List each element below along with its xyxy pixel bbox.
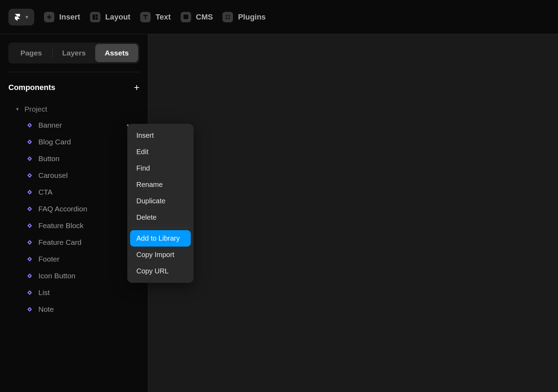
menu-divider [130, 228, 191, 228]
tree-item-label: Banner [38, 121, 62, 129]
component-list[interactable]: List [27, 284, 140, 301]
svg-rect-1 [47, 16, 51, 17]
toolbar-plugins[interactable]: Plugins [223, 12, 265, 22]
toolbar-insert[interactable]: Insert [44, 12, 80, 22]
component-icon [27, 273, 33, 279]
chevron-down-icon: ▼ [24, 14, 29, 20]
canvas[interactable] [148, 34, 558, 392]
svg-point-6 [226, 15, 227, 17]
component-icon [27, 172, 33, 179]
section-title: Components [8, 83, 55, 92]
component-carousel[interactable]: Carousel [27, 167, 140, 184]
component-icon [27, 289, 33, 296]
menu-copy-url[interactable]: Copy URL [130, 263, 191, 279]
component-icon [27, 223, 33, 229]
toolbar: ▼ Insert Layout Text [0, 0, 558, 34]
component-icon-button[interactable]: Icon Button [27, 267, 140, 284]
component-icon [27, 306, 33, 312]
component-icon [27, 122, 33, 128]
tab-layers[interactable]: Layers [53, 44, 96, 62]
svg-rect-2 [92, 14, 95, 20]
toolbar-label: CMS [196, 13, 213, 22]
tree-item-label: Button [38, 154, 60, 163]
component-icon [27, 189, 33, 195]
toolbar-label: Plugins [238, 13, 265, 22]
tree-item-label: FAQ Accordion [38, 205, 87, 213]
component-icon [27, 239, 33, 246]
component-feature-block[interactable]: Feature Block [27, 217, 140, 234]
component-banner[interactable]: Banner ••• [27, 117, 140, 134]
toolbar-label: Insert [59, 13, 80, 22]
caret-down-icon: ▼ [15, 107, 20, 112]
plugins-icon [223, 12, 233, 22]
component-tree: ▼ Project Banner ••• Blog Card [8, 101, 140, 318]
component-feature-card[interactable]: Feature Card [27, 234, 140, 251]
add-component-button[interactable]: + [134, 82, 140, 93]
svg-point-8 [226, 17, 227, 19]
component-cta[interactable]: CTA [27, 184, 140, 201]
plus-icon [44, 12, 54, 22]
app-menu-button[interactable]: ▼ [8, 9, 34, 25]
text-icon [140, 12, 151, 22]
component-button[interactable]: Button [27, 150, 140, 167]
menu-duplicate[interactable]: Duplicate [130, 193, 191, 209]
component-footer[interactable]: Footer [27, 251, 140, 267]
tree-group-label: Project [24, 105, 47, 113]
component-icon [27, 256, 33, 262]
layout-icon [90, 12, 100, 22]
tree-item-label: Blog Card [38, 138, 71, 146]
svg-point-9 [228, 17, 230, 19]
tree-item-label: Feature Card [38, 238, 82, 247]
main: Pages Layers Assets Components + ▼ Proje… [0, 34, 558, 392]
toolbar-text[interactable]: Text [140, 12, 171, 22]
tab-assets[interactable]: Assets [95, 44, 138, 62]
component-faq-accordion[interactable]: FAQ Accordion [27, 201, 140, 217]
toolbar-label: Layout [105, 13, 130, 22]
database-icon [181, 12, 191, 22]
toolbar-layout[interactable]: Layout [90, 12, 130, 22]
framer-logo-icon [13, 13, 22, 21]
component-icon [27, 156, 33, 162]
menu-edit[interactable]: Edit [130, 144, 191, 160]
toolbar-cms[interactable]: CMS [181, 12, 213, 22]
component-note[interactable]: Note [27, 301, 140, 318]
component-blog-card[interactable]: Blog Card [27, 134, 140, 150]
menu-rename[interactable]: Rename [130, 176, 191, 193]
tree-item-label: List [38, 288, 50, 297]
menu-find[interactable]: Find [130, 160, 191, 176]
section-header: Components + [8, 82, 140, 93]
svg-rect-3 [96, 14, 98, 17]
menu-add-to-library[interactable]: Add to Library [130, 230, 191, 247]
tree-item-label: CTA [38, 188, 52, 196]
tree-item-label: Carousel [38, 171, 68, 180]
context-menu: Insert Edit Find Rename Duplicate Delete… [127, 124, 194, 283]
tree-item-label: Footer [38, 255, 60, 263]
toolbar-label: Text [156, 13, 171, 22]
tree-group-project[interactable]: ▼ Project [15, 101, 140, 117]
tab-pages[interactable]: Pages [10, 44, 53, 62]
tree-item-label: Feature Block [38, 221, 84, 230]
tree-items: Banner ••• Blog Card Button [15, 117, 140, 318]
component-icon [27, 139, 33, 145]
divider [8, 72, 140, 72]
svg-rect-4 [96, 17, 98, 20]
menu-insert[interactable]: Insert [130, 127, 191, 144]
svg-point-7 [228, 15, 230, 17]
menu-delete[interactable]: Delete [130, 209, 191, 226]
tree-item-label: Note [38, 305, 54, 314]
menu-copy-import[interactable]: Copy Import [130, 247, 191, 263]
component-icon [27, 206, 33, 212]
sidebar: Pages Layers Assets Components + ▼ Proje… [0, 34, 148, 392]
sidebar-tabs: Pages Layers Assets [8, 43, 140, 63]
tree-item-label: Icon Button [38, 272, 75, 280]
